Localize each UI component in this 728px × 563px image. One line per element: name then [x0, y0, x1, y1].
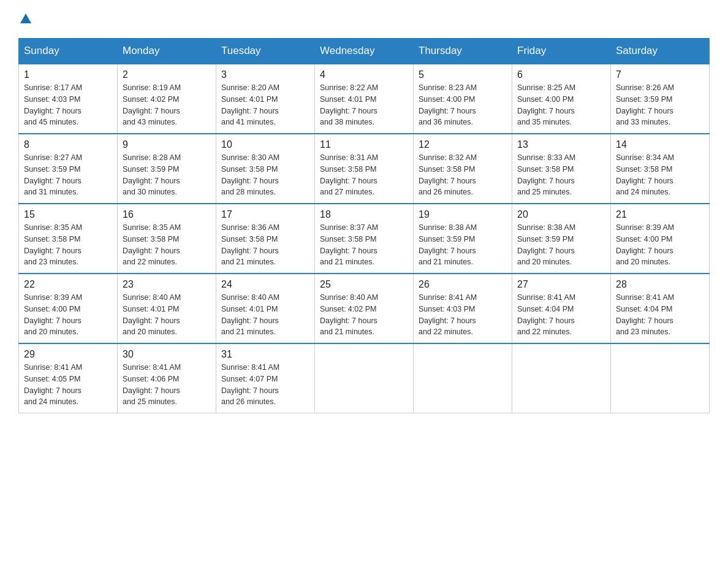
col-header-friday: Friday — [512, 39, 611, 64]
day-info: Sunrise: 8:36 AM Sunset: 3:58 PM Dayligh… — [221, 222, 309, 268]
day-info: Sunrise: 8:26 AM Sunset: 3:59 PM Dayligh… — [616, 82, 704, 128]
day-number: 28 — [616, 279, 704, 290]
day-info: Sunrise: 8:23 AM Sunset: 4:00 PM Dayligh… — [419, 82, 507, 128]
empty-cell — [611, 343, 710, 413]
day-number: 2 — [123, 69, 211, 80]
day-info: Sunrise: 8:40 AM Sunset: 4:02 PM Dayligh… — [320, 292, 408, 338]
day-number: 6 — [517, 69, 605, 80]
col-header-monday: Monday — [118, 39, 216, 64]
day-cell-28: 28 Sunrise: 8:41 AM Sunset: 4:04 PM Dayl… — [611, 274, 710, 343]
week-row-3: 15 Sunrise: 8:35 AM Sunset: 3:58 PM Dayl… — [19, 204, 710, 274]
day-number: 24 — [221, 279, 309, 290]
day-number: 9 — [123, 139, 211, 150]
day-info: Sunrise: 8:32 AM Sunset: 3:58 PM Dayligh… — [419, 152, 507, 198]
day-info: Sunrise: 8:17 AM Sunset: 4:03 PM Dayligh… — [24, 82, 112, 128]
day-number: 16 — [123, 209, 211, 220]
day-number: 15 — [24, 209, 112, 220]
day-cell-12: 12 Sunrise: 8:32 AM Sunset: 3:58 PM Dayl… — [414, 134, 512, 204]
day-info: Sunrise: 8:41 AM Sunset: 4:04 PM Dayligh… — [616, 292, 704, 338]
calendar-header-row: SundayMondayTuesdayWednesdayThursdayFrid… — [19, 39, 710, 64]
day-cell-24: 24 Sunrise: 8:40 AM Sunset: 4:01 PM Dayl… — [216, 274, 315, 343]
day-number: 25 — [320, 279, 408, 290]
day-info: Sunrise: 8:33 AM Sunset: 3:58 PM Dayligh… — [517, 152, 605, 198]
empty-cell — [414, 343, 512, 413]
day-number: 23 — [123, 279, 211, 290]
day-info: Sunrise: 8:22 AM Sunset: 4:01 PM Dayligh… — [320, 82, 408, 128]
day-number: 12 — [419, 139, 507, 150]
day-number: 11 — [320, 139, 408, 150]
day-cell-27: 27 Sunrise: 8:41 AM Sunset: 4:04 PM Dayl… — [512, 274, 611, 343]
day-number: 17 — [221, 209, 309, 220]
day-cell-22: 22 Sunrise: 8:39 AM Sunset: 4:00 PM Dayl… — [19, 274, 118, 343]
day-number: 19 — [419, 209, 507, 220]
day-cell-7: 7 Sunrise: 8:26 AM Sunset: 3:59 PM Dayli… — [611, 64, 710, 134]
day-cell-3: 3 Sunrise: 8:20 AM Sunset: 4:01 PM Dayli… — [216, 64, 315, 134]
day-info: Sunrise: 8:39 AM Sunset: 4:00 PM Dayligh… — [616, 222, 704, 268]
day-cell-10: 10 Sunrise: 8:30 AM Sunset: 3:58 PM Dayl… — [216, 134, 315, 204]
day-cell-25: 25 Sunrise: 8:40 AM Sunset: 4:02 PM Dayl… — [315, 274, 414, 343]
col-header-thursday: Thursday — [414, 39, 512, 64]
calendar-table: SundayMondayTuesdayWednesdayThursdayFrid… — [18, 38, 710, 413]
day-number: 20 — [517, 209, 605, 220]
week-row-5: 29 Sunrise: 8:41 AM Sunset: 4:05 PM Dayl… — [19, 343, 710, 413]
day-number: 8 — [24, 139, 112, 150]
week-row-4: 22 Sunrise: 8:39 AM Sunset: 4:00 PM Dayl… — [19, 274, 710, 343]
day-info: Sunrise: 8:31 AM Sunset: 3:58 PM Dayligh… — [320, 152, 408, 198]
day-cell-20: 20 Sunrise: 8:38 AM Sunset: 3:59 PM Dayl… — [512, 204, 611, 274]
day-number: 14 — [616, 139, 704, 150]
col-header-wednesday: Wednesday — [315, 39, 414, 64]
day-number: 18 — [320, 209, 408, 220]
empty-cell — [315, 343, 414, 413]
day-number: 30 — [123, 349, 211, 360]
day-cell-30: 30 Sunrise: 8:41 AM Sunset: 4:06 PM Dayl… — [118, 343, 216, 413]
day-cell-9: 9 Sunrise: 8:28 AM Sunset: 3:59 PM Dayli… — [118, 134, 216, 204]
day-info: Sunrise: 8:40 AM Sunset: 4:01 PM Dayligh… — [221, 292, 309, 338]
day-cell-17: 17 Sunrise: 8:36 AM Sunset: 3:58 PM Dayl… — [216, 204, 315, 274]
day-number: 7 — [616, 69, 704, 80]
day-cell-19: 19 Sunrise: 8:38 AM Sunset: 3:59 PM Dayl… — [414, 204, 512, 274]
day-cell-23: 23 Sunrise: 8:40 AM Sunset: 4:01 PM Dayl… — [118, 274, 216, 343]
day-info: Sunrise: 8:41 AM Sunset: 4:04 PM Dayligh… — [517, 292, 605, 338]
day-info: Sunrise: 8:34 AM Sunset: 3:58 PM Dayligh… — [616, 152, 704, 198]
day-cell-5: 5 Sunrise: 8:23 AM Sunset: 4:00 PM Dayli… — [414, 64, 512, 134]
day-number: 27 — [517, 279, 605, 290]
day-number: 5 — [419, 69, 507, 80]
day-cell-8: 8 Sunrise: 8:27 AM Sunset: 3:59 PM Dayli… — [19, 134, 118, 204]
day-number: 29 — [24, 349, 112, 360]
day-number: 10 — [221, 139, 309, 150]
day-cell-16: 16 Sunrise: 8:35 AM Sunset: 3:58 PM Dayl… — [118, 204, 216, 274]
day-info: Sunrise: 8:35 AM Sunset: 3:58 PM Dayligh… — [24, 222, 112, 268]
day-cell-26: 26 Sunrise: 8:41 AM Sunset: 4:03 PM Dayl… — [414, 274, 512, 343]
day-cell-18: 18 Sunrise: 8:37 AM Sunset: 3:58 PM Dayl… — [315, 204, 414, 274]
day-info: Sunrise: 8:19 AM Sunset: 4:02 PM Dayligh… — [123, 82, 211, 128]
day-info: Sunrise: 8:37 AM Sunset: 3:58 PM Dayligh… — [320, 222, 408, 268]
day-cell-13: 13 Sunrise: 8:33 AM Sunset: 3:58 PM Dayl… — [512, 134, 611, 204]
day-info: Sunrise: 8:38 AM Sunset: 3:59 PM Dayligh… — [517, 222, 605, 268]
day-info: Sunrise: 8:41 AM Sunset: 4:05 PM Dayligh… — [24, 362, 112, 408]
page-header — [18, 12, 710, 26]
day-number: 1 — [24, 69, 112, 80]
day-info: Sunrise: 8:28 AM Sunset: 3:59 PM Dayligh… — [123, 152, 211, 198]
week-row-1: 1 Sunrise: 8:17 AM Sunset: 4:03 PM Dayli… — [19, 64, 710, 134]
day-info: Sunrise: 8:41 AM Sunset: 4:07 PM Dayligh… — [221, 362, 309, 408]
day-cell-11: 11 Sunrise: 8:31 AM Sunset: 3:58 PM Dayl… — [315, 134, 414, 204]
day-info: Sunrise: 8:27 AM Sunset: 3:59 PM Dayligh… — [24, 152, 112, 198]
day-info: Sunrise: 8:41 AM Sunset: 4:06 PM Dayligh… — [123, 362, 211, 408]
day-info: Sunrise: 8:20 AM Sunset: 4:01 PM Dayligh… — [221, 82, 309, 128]
day-number: 31 — [221, 349, 309, 360]
day-info: Sunrise: 8:40 AM Sunset: 4:01 PM Dayligh… — [123, 292, 211, 338]
day-info: Sunrise: 8:30 AM Sunset: 3:58 PM Dayligh… — [221, 152, 309, 198]
col-header-tuesday: Tuesday — [216, 39, 315, 64]
week-row-2: 8 Sunrise: 8:27 AM Sunset: 3:59 PM Dayli… — [19, 134, 710, 204]
col-header-saturday: Saturday — [611, 39, 710, 64]
logo-triangle-icon — [19, 12, 32, 26]
col-header-sunday: Sunday — [19, 39, 118, 64]
day-number: 4 — [320, 69, 408, 80]
day-info: Sunrise: 8:41 AM Sunset: 4:03 PM Dayligh… — [419, 292, 507, 338]
day-cell-29: 29 Sunrise: 8:41 AM Sunset: 4:05 PM Dayl… — [19, 343, 118, 413]
empty-cell — [512, 343, 611, 413]
day-cell-6: 6 Sunrise: 8:25 AM Sunset: 4:00 PM Dayli… — [512, 64, 611, 134]
day-number: 13 — [517, 139, 605, 150]
day-cell-15: 15 Sunrise: 8:35 AM Sunset: 3:58 PM Dayl… — [19, 204, 118, 274]
day-cell-14: 14 Sunrise: 8:34 AM Sunset: 3:58 PM Dayl… — [611, 134, 710, 204]
